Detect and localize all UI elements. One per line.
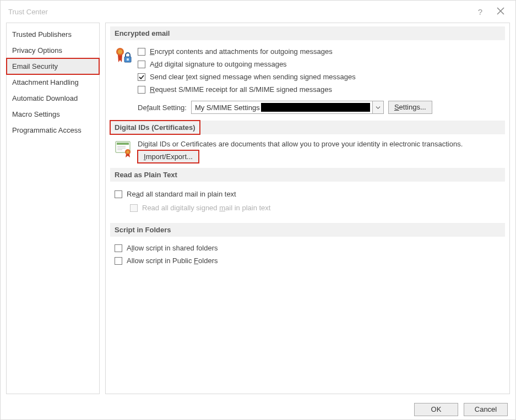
certificate-icon — [115, 140, 132, 159]
smime-receipt-label: Request S/MIME receipt for all S/MIME si… — [150, 84, 332, 95]
svg-rect-4 — [127, 58, 129, 61]
script-shared-checkbox[interactable] — [115, 244, 122, 252]
section-digital-ids: Digital IDs (Certificates) — [110, 121, 200, 134]
help-icon[interactable]: ? — [478, 7, 482, 17]
digital-ids-row: Digital IDs or Certificates are document… — [115, 139, 501, 161]
cleartext-label: Send clear text signed message when send… — [150, 72, 356, 83]
sidebar-item-macro-settings[interactable]: Macro Settings — [7, 106, 99, 122]
section-digital-ids-wrap: Digital IDs (Certificates) — [110, 121, 505, 134]
default-setting-row: Default Setting: My S/MIME Settings Sett… — [138, 101, 501, 114]
redacted-mask — [261, 103, 370, 112]
read-signed-plain-label: Read all digitally signed mail in plain … — [142, 203, 270, 214]
section-script-folders: Script in Folders — [110, 223, 505, 237]
default-setting-label: Default Setting: — [138, 103, 187, 112]
window-title: Trust Center — [6, 8, 478, 16]
close-icon[interactable] — [497, 7, 504, 17]
section-digital-ids-body: Digital IDs or Certificates are document… — [110, 134, 505, 168]
sidebar-item-privacy-options[interactable]: Privacy Options — [7, 42, 99, 58]
trust-center-dialog: Trust Center ? Trusted Publishers Privac… — [0, 0, 516, 420]
chevron-down-icon[interactable] — [372, 101, 383, 113]
button-bar: OK Cancel — [1, 400, 515, 419]
encrypt-checkbox[interactable] — [138, 48, 145, 56]
sidebar-item-email-security[interactable]: Email Security — [7, 58, 99, 74]
encrypted-row: Encrypt contents and attachments for out… — [115, 45, 501, 114]
section-plain-text-body: Read all standard mail in plain text Rea… — [110, 182, 505, 223]
import-export-button[interactable]: Import/Export... — [138, 150, 199, 163]
cleartext-checkbox[interactable] — [138, 73, 145, 81]
svg-point-2 — [118, 50, 122, 54]
digital-ids-desc: Digital IDs or Certificates are document… — [138, 140, 501, 148]
window-icons: ? — [478, 7, 504, 17]
script-public-checkbox[interactable] — [115, 257, 122, 265]
cancel-button[interactable]: Cancel — [464, 403, 508, 416]
section-encrypted-email-body: Encrypt contents and attachments for out… — [110, 40, 505, 121]
svg-point-11 — [127, 151, 129, 154]
read-plain-checkbox[interactable] — [115, 190, 122, 198]
digital-ids-col: Digital IDs or Certificates are document… — [138, 139, 501, 161]
settings-button[interactable]: Settings... — [388, 101, 432, 114]
ribbon-lock-icon — [115, 46, 132, 64]
sidebar-item-programmatic-access[interactable]: Programmatic Access — [7, 122, 99, 138]
svg-rect-6 — [117, 143, 129, 145]
script-public-label: Allow script in Public Folders — [127, 255, 218, 266]
section-script-folders-body: Allow script in shared folders Allow scr… — [110, 237, 505, 275]
main-panel: Encrypted email — [105, 23, 510, 394]
titlebar: Trust Center ? — [1, 1, 515, 23]
default-setting-value: My S/MIME Settings — [195, 103, 260, 112]
encrypt-label: Encrypt contents and attachments for out… — [150, 46, 333, 57]
digital-signature-label: Add digital signature to outgoing messag… — [150, 59, 287, 70]
digital-signature-checkbox[interactable] — [138, 61, 145, 68]
ok-button[interactable]: OK — [414, 403, 458, 416]
encrypted-options: Encrypt contents and attachments for out… — [138, 45, 501, 114]
script-shared-label: Allow script in shared folders — [127, 243, 218, 254]
read-signed-plain-checkbox — [130, 204, 138, 212]
sidebar-item-trusted-publishers[interactable]: Trusted Publishers — [7, 26, 99, 42]
dialog-body: Trusted Publishers Privacy Options Email… — [1, 23, 515, 400]
section-encrypted-email: Encrypted email — [110, 26, 505, 40]
section-plain-text: Read as Plain Text — [110, 168, 505, 182]
sidebar: Trusted Publishers Privacy Options Email… — [6, 23, 100, 394]
sidebar-item-automatic-download[interactable]: Automatic Download — [7, 90, 99, 106]
sidebar-item-attachment-handling[interactable]: Attachment Handling — [7, 74, 99, 90]
smime-receipt-checkbox[interactable] — [138, 86, 145, 94]
default-setting-combo[interactable]: My S/MIME Settings — [191, 101, 384, 114]
read-plain-label: Read all standard mail in plain text — [127, 189, 236, 200]
